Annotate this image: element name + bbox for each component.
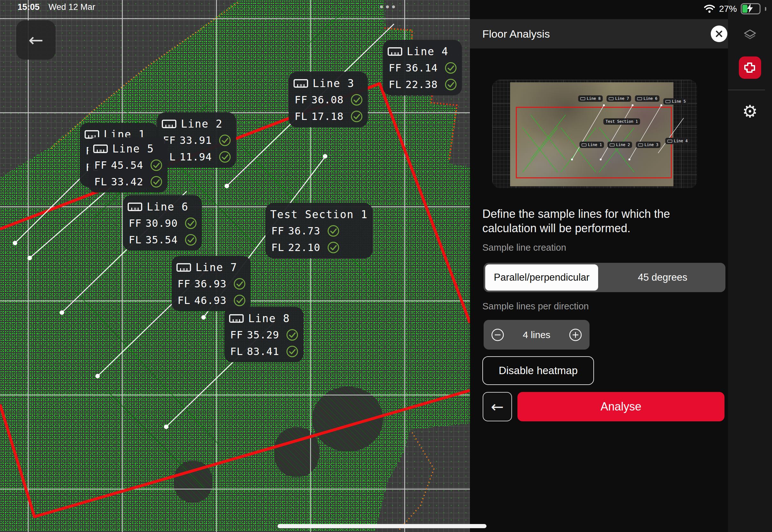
floor-section-icon (743, 61, 757, 75)
ruler-icon (582, 144, 586, 146)
metric-row: FF30.90 (128, 216, 197, 230)
ruler-icon (293, 79, 308, 88)
floor-analysis-tool-button[interactable] (739, 56, 761, 79)
metric-row: FF36.08 (293, 93, 363, 107)
floor-plan-thumbnail: Line 8 Line 7 Line 6 Line 5 Test Section… (492, 80, 697, 188)
sample-line-creation-label: Sample line creation (482, 242, 566, 253)
app-screen: Line 1 FF FL Line 2 FF33.91 L11.94 (0, 0, 772, 532)
callout-title: Line 2 (162, 117, 231, 131)
metric-row: FF33.91 (162, 133, 231, 147)
close-button[interactable] (711, 26, 727, 42)
thumbnail-label: Line 5 (663, 98, 688, 105)
check-icon (150, 159, 163, 172)
check-icon (444, 62, 457, 74)
panel-header: Floor Analysis (470, 19, 728, 48)
thumbnail-label: Line 2 (607, 142, 632, 148)
measurement-callout-line4[interactable]: Line 4 FF36.14 FL22.38 (383, 40, 462, 95)
measurement-callout-line5[interactable]: Line 5 FF45.54 FL33.42 (88, 137, 167, 193)
ruler-icon (667, 140, 672, 143)
callout-title: Line 4 (388, 44, 457, 58)
thumbnail-label: Line 8 (578, 95, 603, 102)
check-icon (350, 93, 363, 106)
thumbnail-label: Line 4 (665, 138, 690, 144)
ruler-icon (128, 203, 142, 211)
battery-tip (765, 7, 766, 11)
check-icon (327, 241, 340, 254)
check-icon (184, 233, 197, 246)
thumbnail-label: Line 3 (636, 142, 660, 148)
metric-row: FF35.29 (229, 328, 299, 342)
ruler-icon (665, 100, 670, 103)
metric-row: L11.94 (162, 150, 231, 164)
ruler-icon (388, 47, 402, 56)
thumbnail-label: Test Section 1 (603, 118, 640, 125)
layers-icon[interactable] (743, 28, 757, 43)
thumbnail-label: Line 7 (606, 95, 631, 102)
check-icon (286, 345, 299, 358)
check-icon (184, 217, 197, 230)
metric-row: FL17.18 (293, 109, 363, 123)
multitask-dots-indicator[interactable]: ••• (371, 1, 406, 13)
ruler-icon (229, 314, 244, 323)
sample-line-creation-segmented-control: Parallel/perpendicular 45 degrees (484, 263, 725, 292)
check-icon (219, 134, 231, 147)
segment-45-degrees[interactable]: 45 degrees (600, 263, 725, 292)
gear-icon[interactable]: ⚙ (728, 101, 772, 122)
check-icon (286, 329, 299, 341)
point-cloud-canvas[interactable]: Line 1 FF FL Line 2 FF33.91 L11.94 (0, 0, 470, 532)
metric-row: FL33.42 (93, 175, 163, 189)
disable-heatmap-button[interactable]: Disable heatmap (482, 356, 594, 385)
measurement-callout-line8[interactable]: Line 8 FF35.29 FL83.41 (224, 307, 303, 362)
metric-row: FF36.93 (176, 277, 246, 291)
back-arrow-icon: ← (491, 398, 504, 416)
measurement-callout-line6[interactable]: Line 6 FF30.90 FL35.54 (123, 195, 202, 251)
status-date: Wed 12 Mar (48, 2, 95, 12)
thumbnail-label: Line 6 (635, 95, 659, 102)
status-battery-cluster: 27% (704, 3, 766, 14)
panel-description: Define the sample lines for which the ca… (482, 207, 709, 235)
metric-row: FL22.38 (388, 78, 457, 92)
stepper-value: 4 lines (523, 329, 551, 340)
check-icon (233, 277, 246, 290)
callout-title: Test Section 1 (270, 207, 368, 221)
home-indicator[interactable] (278, 524, 486, 528)
segment-parallel-perpendicular[interactable]: Parallel/perpendicular (485, 264, 598, 291)
measurement-callout-line7[interactable]: Line 7 FF36.93 FL46.93 (172, 256, 251, 311)
floor-analysis-panel: Floor Analysis (470, 0, 728, 532)
metric-row: FL22.10 (270, 240, 368, 255)
ruler-icon (610, 144, 614, 146)
battery-icon (741, 3, 761, 14)
callout-title: Line 8 (229, 311, 299, 325)
ruler-icon (580, 97, 585, 100)
measurement-callout-line3[interactable]: Line 3 FF36.08 FL17.18 (289, 72, 368, 127)
back-arrow-icon: ← (28, 30, 43, 50)
tool-rail: ⚙ (728, 0, 772, 532)
thumbnail-label: Line 1 (579, 142, 604, 148)
callout-title: Line 3 (293, 76, 363, 90)
callout-title: Line 6 (128, 200, 197, 214)
plus-button[interactable] (568, 328, 583, 342)
back-button[interactable]: ← (16, 20, 56, 60)
lines-per-direction-stepper: 4 lines (484, 320, 590, 350)
metric-row: FF36.14 (388, 61, 457, 75)
analyse-button[interactable]: Analyse (517, 392, 724, 421)
panel-back-button[interactable]: ← (483, 392, 512, 421)
ruler-icon (609, 97, 613, 100)
check-icon (219, 151, 231, 163)
panel-title: Floor Analysis (482, 28, 550, 40)
metric-row: FL83.41 (229, 344, 299, 358)
measurement-callout-test-section-1[interactable]: Test Section 1 FF36.73 FL22.10 (265, 203, 373, 258)
measurement-callout-line2[interactable]: Line 2 FF33.91 L11.94 (157, 112, 236, 168)
status-time: 15:05 (18, 2, 40, 12)
metric-row: FF36.73 (270, 224, 368, 238)
callout-title: Line 7 (176, 260, 246, 274)
check-icon (150, 175, 163, 188)
minus-button[interactable] (491, 328, 505, 342)
ruler-icon (637, 97, 642, 100)
check-icon (327, 225, 340, 237)
lines-per-direction-label: Sample lines per direction (482, 301, 589, 312)
ruler-icon (93, 144, 108, 153)
battery-percent: 27% (719, 4, 737, 14)
close-icon (715, 30, 723, 38)
ruler-icon (162, 120, 176, 128)
